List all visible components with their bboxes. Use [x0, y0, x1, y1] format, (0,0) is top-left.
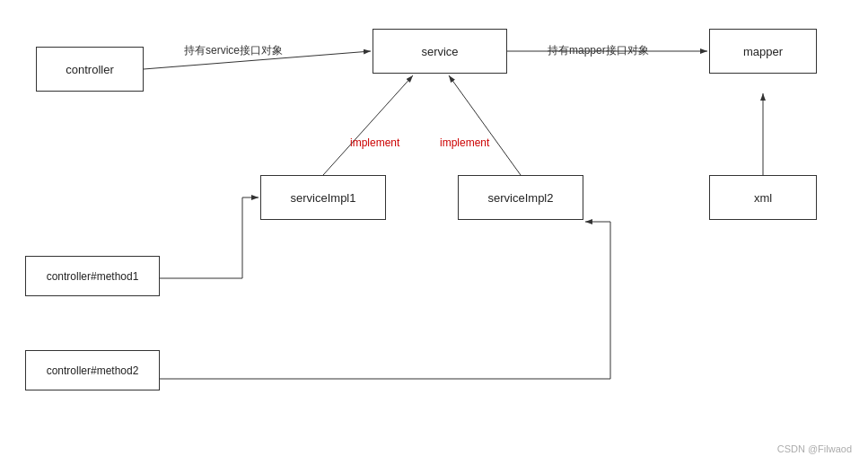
hold-service-label: 持有service接口对象 — [184, 43, 283, 58]
watermark: CSDN @Filwaod — [777, 443, 852, 454]
implement1-label: implement — [350, 136, 399, 149]
serviceImpl1-box: serviceImpl1 — [260, 175, 386, 220]
svg-line-5 — [449, 75, 521, 175]
svg-line-4 — [323, 75, 413, 175]
service-box: service — [373, 29, 507, 74]
mapper-box: mapper — [709, 29, 817, 74]
serviceImpl2-box: serviceImpl2 — [458, 175, 583, 220]
diagram: controller service mapper serviceImpl1 s… — [0, 0, 868, 465]
controller-method2-box: controller#method2 — [25, 350, 160, 390]
controller-box: controller — [36, 47, 144, 92]
implement2-label: implement — [440, 136, 489, 149]
controller-method1-box: controller#method1 — [25, 256, 160, 296]
xml-box: xml — [709, 175, 817, 220]
hold-mapper-label: 持有mapper接口对象 — [548, 43, 649, 58]
